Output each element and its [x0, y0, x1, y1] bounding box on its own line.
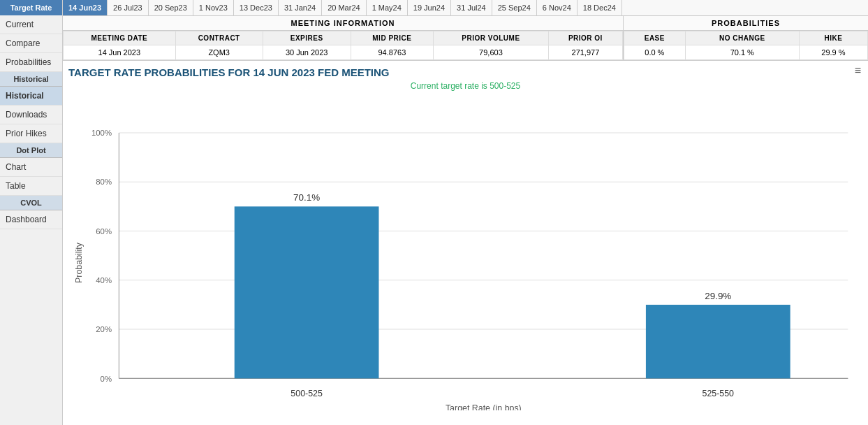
date-tab-1-Nov23[interactable]: 1 Nov23 — [193, 0, 234, 15]
col-expires: EXPIRES — [263, 31, 351, 45]
col-meeting-date: MEETING DATE — [64, 31, 176, 45]
sidebar-item-historical[interactable]: Historical — [0, 87, 62, 106]
col-ease: EASE — [624, 31, 686, 45]
table-row: 14 Jun 2023 ZQM3 30 Jun 2023 94.8763 79,… — [64, 45, 623, 60]
sidebar-item-prior-hikes[interactable]: Prior Hikes — [0, 124, 62, 143]
bar-chart-svg: Probability 0% 20% 40% 60% 80% 100% — [68, 94, 862, 410]
date-tab-31-Jul24[interactable]: 31 Jul24 — [451, 0, 492, 15]
sidebar-group-cvol[interactable]: CVOL — [0, 196, 62, 210]
meeting-area: MEETING INFORMATION MEETING DATE CONTRAC… — [63, 16, 868, 61]
svg-text:100%: 100% — [91, 129, 112, 137]
date-tab-25-Sep24[interactable]: 25 Sep24 — [492, 0, 537, 15]
meeting-info: MEETING INFORMATION MEETING DATE CONTRAC… — [63, 16, 624, 60]
y-axis-label: Probability — [74, 242, 84, 283]
sidebar-item-current[interactable]: Current — [0, 15, 62, 34]
svg-text:0%: 0% — [101, 375, 112, 383]
prob-row: 0.0 % 70.1 % 29.9 % — [624, 45, 868, 60]
date-tab-18-Dec24[interactable]: 18 Dec24 — [578, 0, 622, 15]
bar-525-550 — [646, 305, 790, 378]
svg-text:80%: 80% — [96, 178, 112, 186]
chart-subtitle: Current target rate is 500-525 — [68, 81, 862, 91]
date-tab-6-Nov24[interactable]: 6 Nov24 — [537, 0, 578, 15]
sidebar-group-historical[interactable]: Historical — [0, 72, 62, 87]
cell-hike: 29.9 % — [799, 45, 867, 60]
sidebar-header-target-rate[interactable]: Target Rate — [0, 0, 62, 15]
sidebar-item-compare[interactable]: Compare — [0, 34, 62, 53]
bar-500-525 — [235, 206, 379, 378]
cell-mid-price: 94.8763 — [351, 45, 433, 60]
svg-text:60%: 60% — [96, 227, 112, 236]
date-tab-14-Jun23[interactable]: 14 Jun23 — [63, 0, 108, 15]
cell-meeting-date: 14 Jun 2023 — [64, 45, 176, 60]
svg-text:40%: 40% — [96, 276, 112, 284]
date-tab-19-Jun24[interactable]: 19 Jun24 — [408, 0, 451, 15]
date-tab-20-Sep23[interactable]: 20 Sep23 — [149, 0, 193, 15]
sidebar-item-chart[interactable]: Chart — [0, 158, 62, 177]
cell-prior-volume: 79,603 — [434, 45, 549, 60]
x-tick-500-525: 500-525 — [290, 389, 323, 398]
col-prior-oi: PRIOR OI — [548, 31, 622, 45]
meeting-info-header: MEETING INFORMATION — [63, 16, 623, 31]
main-content: 14 Jun2326 Jul2320 Sep231 Nov2313 Dec233… — [63, 0, 868, 425]
col-contract: CONTRACT — [175, 31, 263, 45]
x-tick-525-550: 525-550 — [703, 389, 735, 398]
cell-no-change: 70.1 % — [685, 45, 799, 60]
chart-area: TARGET RATE PROBABILITIES FOR 14 JUN 202… — [63, 61, 868, 425]
cell-contract: ZQM3 — [175, 45, 263, 60]
cell-ease: 0.0 % — [624, 45, 686, 60]
sidebar-item-probabilities[interactable]: Probabilities — [0, 53, 62, 72]
probabilities-section: PROBABILITIES EASE NO CHANGE HIKE 0.0 % … — [624, 16, 868, 60]
chart-title: TARGET RATE PROBABILITIES FOR 14 JUN 202… — [68, 66, 862, 78]
probabilities-table: EASE NO CHANGE HIKE 0.0 % 70.1 % 29.9 % — [624, 31, 868, 60]
meeting-info-table: MEETING DATE CONTRACT EXPIRES MID PRICE … — [63, 31, 623, 60]
date-tab-1-May24[interactable]: 1 May24 — [367, 0, 408, 15]
bar-label-525-550: 29.9% — [705, 291, 731, 301]
svg-text:20%: 20% — [96, 325, 112, 333]
sidebar: Target Rate Current Compare Probabilitie… — [0, 0, 63, 425]
date-tabs: 14 Jun2326 Jul2320 Sep231 Nov2313 Dec233… — [63, 0, 868, 16]
cell-expires: 30 Jun 2023 — [263, 45, 351, 60]
col-no-change: NO CHANGE — [685, 31, 799, 45]
sidebar-item-downloads[interactable]: Downloads — [0, 106, 62, 124]
sidebar-group-dot-plot[interactable]: Dot Plot — [0, 143, 62, 158]
col-hike: HIKE — [799, 31, 867, 45]
x-axis-label: Target Rate (in bps) — [446, 403, 522, 410]
hamburger-menu-icon[interactable]: ≡ — [855, 64, 861, 77]
date-tab-13-Dec23[interactable]: 13 Dec23 — [234, 0, 279, 15]
date-tab-31-Jan24[interactable]: 31 Jan24 — [279, 0, 322, 15]
bar-label-500-525: 70.1% — [293, 192, 320, 203]
date-tab-26-Jul23[interactable]: 26 Jul23 — [108, 0, 149, 15]
sidebar-item-dashboard[interactable]: Dashboard — [0, 210, 62, 229]
col-prior-volume: PRIOR VOLUME — [434, 31, 549, 45]
probabilities-header: PROBABILITIES — [624, 16, 868, 31]
date-tab-20-Mar24[interactable]: 20 Mar24 — [322, 0, 366, 15]
cell-prior-oi: 271,977 — [548, 45, 622, 60]
sidebar-item-table[interactable]: Table — [0, 177, 62, 196]
chart-container: Probability 0% 20% 40% 60% 80% 100% — [68, 94, 862, 410]
col-mid-price: MID PRICE — [351, 31, 433, 45]
